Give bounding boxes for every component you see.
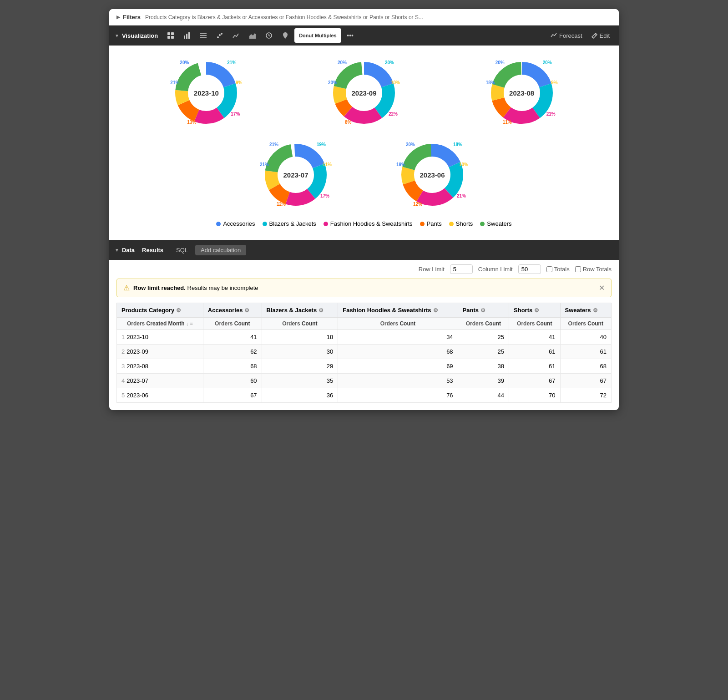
col-header-pants: Pants ⚙ [458,303,509,318]
pants-gear-icon[interactable]: ⚙ [480,307,485,314]
table-row: 32023-08 68 29 69 38 61 68 [117,359,612,374]
more-options-btn[interactable]: ••• [343,28,358,43]
pct-label: 8% [345,120,351,125]
cell-accessories: 67 [203,388,262,403]
data-toggle[interactable]: ▼ Data [115,247,135,254]
warning-banner: ⚠ Row limit reached. Results may be inco… [116,279,612,297]
donut-2023-08: 2023-08 20% 20% 9% 21% 11% 18% [485,56,558,129]
col-limit-label: Column Limit [478,266,513,273]
legend-dot-fashion-hoodies [324,222,328,226]
filters-bar: ▶ Filters Products Category is Blazers &… [109,9,619,25]
cell-accessories: 62 [203,345,262,359]
sort-icon-month[interactable]: ↓ ≡ [186,321,193,326]
clock-icon-btn[interactable] [262,28,276,43]
cell-shorts: 67 [509,374,560,388]
pct-label: 17% [231,112,240,117]
cell-fashion-hoodies: 34 [338,330,458,345]
map-icon-btn[interactable] [278,28,293,43]
pct-label: 20% [180,60,189,65]
cell-fashion-hoodies: 53 [338,374,458,388]
legend-dot-sweaters [480,222,485,226]
viz-arrow-icon: ▼ [115,33,119,38]
row-limit-input[interactable] [450,264,473,274]
svg-marker-13 [249,33,256,39]
filters-toggle[interactable]: ▶ Filters [116,14,141,20]
totals-checkbox[interactable] [546,266,552,272]
viz-toggle-label: Visualization [122,32,158,39]
tab-results[interactable]: Results [136,245,169,255]
col-header-blazers: Blazers & Jackets ⚙ [262,303,338,318]
svg-rect-2 [167,36,170,39]
results-controls: Row Limit Column Limit Totals Row Totals [109,260,619,279]
viz-toolbar: ▼ Visualization Donut Multiples [109,25,619,46]
totals-checkbox-label[interactable]: Totals [546,266,570,273]
pct-label: 10% [459,162,468,167]
cell-blazers: 29 [262,359,338,374]
sub-header-pants-count: Orders Count [458,318,509,330]
blazers-gear-icon[interactable]: ⚙ [318,307,324,314]
donut-label-2023-07: 2023-07 [283,171,308,179]
legend-item-pants[interactable]: Pants [420,220,442,227]
tab-sql[interactable]: SQL [171,245,193,255]
products-category-gear-icon[interactable]: ⚙ [176,307,181,314]
list-icon-btn[interactable] [196,28,211,43]
pct-label: 20% [385,60,394,65]
pct-label: 20% [406,142,415,147]
legend-item-sweaters[interactable]: Sweaters [480,220,511,227]
forecast-btn[interactable]: Forecast [547,30,586,41]
pct-label: 22% [389,112,398,117]
fashion-hoodies-gear-icon[interactable]: ⚙ [433,307,438,314]
row-totals-checkbox-label[interactable]: Row Totals [575,266,612,273]
donut-label-2023-10: 2023-10 [194,89,219,97]
scatter-icon-btn[interactable] [212,28,227,43]
forecast-label: Forecast [559,32,582,39]
sub-header-shorts-count: Orders Count [509,318,560,330]
edit-label: Edit [600,32,610,39]
legend-item-shorts[interactable]: Shorts [449,220,473,227]
table-icon-btn[interactable] [163,28,178,43]
cell-date: 52023-06 [117,388,203,403]
sweaters-gear-icon[interactable]: ⚙ [593,307,598,314]
sub-header-acc-count: Orders Count [203,318,262,330]
line-icon-btn[interactable] [229,28,243,43]
table-container: Products Category ⚙ Accessories ⚙ [109,303,619,410]
pct-label: 11% [323,162,332,167]
add-calculation-btn[interactable]: Add calculation [195,245,246,255]
cell-sweaters: 40 [560,330,612,345]
cell-pants: 44 [458,388,509,403]
pct-label: 21% [170,80,179,85]
filters-text: Products Category is Blazers & Jackets o… [145,14,423,20]
donut-2023-06: 2023-06 20% 18% 10% 21% 12% 19% [396,138,469,211]
donut-multiples-btn[interactable]: Donut Multiples [294,28,341,43]
edit-btn[interactable]: Edit [588,30,613,41]
warning-content: ⚠ Row limit reached. Results may be inco… [123,284,258,292]
pct-label: 18% [486,80,495,85]
cell-pants: 25 [458,330,509,345]
cell-date: 32023-08 [117,359,203,374]
pct-label: 20% [495,60,505,65]
col-limit-input[interactable] [518,264,541,274]
legend-item-fashion-hoodies[interactable]: Fashion Hoodies & Sweatshirts [324,220,413,227]
row-totals-checkbox[interactable] [575,266,581,272]
data-toolbar: ▼ Data Results SQL Add calculation [109,240,619,260]
pct-label: 21% [546,112,556,117]
pct-label: 20% [543,60,552,65]
warning-close-btn[interactable]: ✕ [599,284,605,292]
svg-rect-1 [171,32,174,35]
viz-toggle[interactable]: ▼ Visualization [115,32,158,39]
shorts-gear-icon[interactable]: ⚙ [534,307,539,314]
sub-header-orders-created-month: Orders Created Month ↓ ≡ [117,318,203,330]
warning-icon: ⚠ [123,284,130,292]
svg-line-15 [595,34,596,36]
pct-label: 9% [236,80,242,85]
pct-label: 21% [227,60,236,65]
area-icon-btn[interactable] [245,28,260,43]
bar-chart-icon-btn[interactable] [180,28,194,43]
results-table: Products Category ⚙ Accessories ⚙ [116,303,612,403]
pct-label: 20% [328,80,337,85]
row-limit-label: Row Limit [419,266,445,273]
legend-item-accessories[interactable]: Accessories [216,220,255,227]
cell-date: 22023-09 [117,345,203,359]
legend-item-blazers[interactable]: Blazers & Jackets [263,220,316,227]
accessories-gear-icon[interactable]: ⚙ [244,307,249,314]
